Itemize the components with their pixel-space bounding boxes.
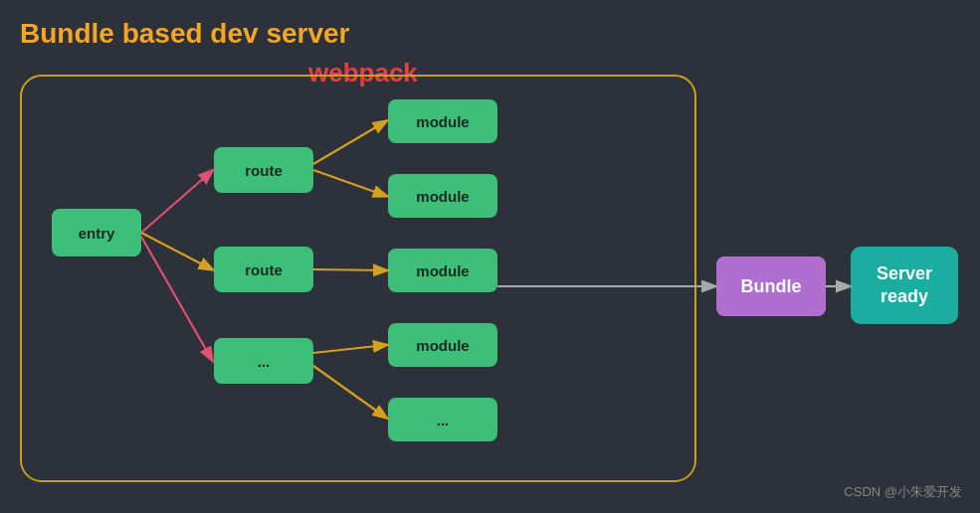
entry-node: entry (52, 209, 141, 256)
main-diagram-box (20, 75, 696, 482)
route2-node: route (214, 247, 313, 292)
module2-node: module (388, 174, 497, 218)
module1-node: module (388, 99, 497, 143)
server-ready-node: Serverready (851, 247, 958, 324)
dots1-node: ... (214, 338, 313, 384)
module4-node: module (388, 323, 497, 367)
watermark: CSDN @小朱爱开发 (844, 483, 962, 501)
module3-node: module (388, 249, 497, 292)
dots2-node: ... (388, 398, 497, 441)
route1-node: route (214, 147, 313, 193)
page-title: Bundle based dev server (20, 18, 349, 50)
bundle-node: Bundle (716, 256, 826, 316)
